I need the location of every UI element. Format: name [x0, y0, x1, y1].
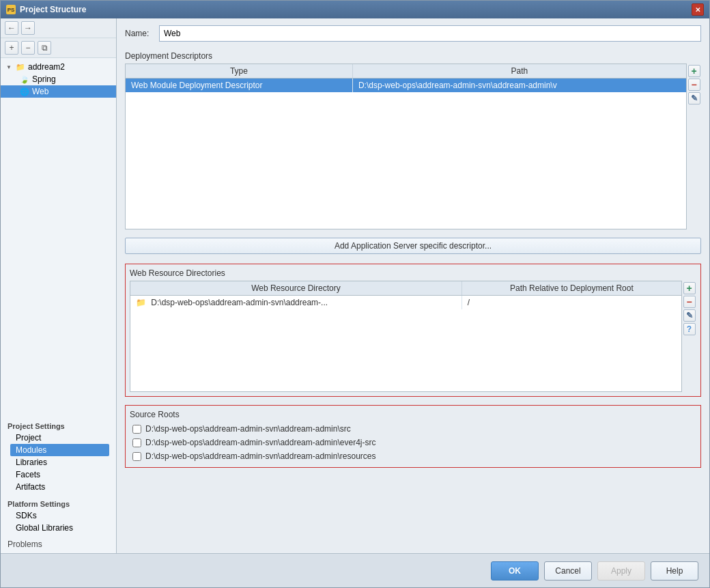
wrd-dir-header: Web Resource Directory: [130, 281, 462, 296]
tree-spring-item[interactable]: 🍃 Spring: [1, 73, 116, 85]
deployment-descriptors-table: Type Path Web Module Deployment Descript…: [125, 64, 686, 229]
sidebar-item-global-libraries[interactable]: Global Libraries: [10, 522, 109, 534]
window-title: Project Structure: [20, 5, 86, 14]
dd-path-cell: D:\dsp-web-ops\addream-admin-svn\addream…: [352, 79, 686, 93]
dd-empty-area: [126, 92, 686, 229]
wrd-help-button[interactable]: ?: [683, 323, 696, 335]
forward-button[interactable]: →: [21, 21, 35, 35]
dd-type-header: Type: [126, 64, 352, 79]
problems-label: Problems: [8, 540, 42, 549]
libraries-item-label: Libraries: [16, 458, 47, 467]
project-settings-label: Project Settings: [8, 422, 109, 430]
source-root-checkbox-3[interactable]: [132, 452, 141, 461]
wrd-empty-area: [130, 309, 681, 391]
source-roots-section: Source Roots D:\dsp-web-ops\addream-admi…: [125, 405, 701, 468]
web-resource-directories-table: Web Resource Directory Path Relative to …: [130, 281, 681, 392]
sidebar-item-libraries[interactable]: Libraries: [10, 456, 109, 468]
tree-root-item[interactable]: ▼ 📁 addream2: [1, 61, 116, 73]
back-button[interactable]: ←: [5, 21, 18, 35]
wrd-add-button[interactable]: +: [683, 282, 696, 294]
dd-edit-button[interactable]: ✎: [688, 92, 700, 104]
modules-item-label: Modules: [16, 445, 46, 455]
wrd-dir-icon: 📁: [136, 298, 146, 307]
module-toolbar: + − ⧉: [1, 38, 116, 58]
name-input[interactable]: [159, 25, 701, 42]
source-root-label-2: D:\dsp-web-ops\addream-admin-svn\addream…: [145, 438, 375, 447]
web-resource-directories-section: Web Resource Directories Web Resource Di…: [125, 264, 701, 397]
project-item-label: Project: [16, 433, 41, 443]
source-root-row-2: D:\dsp-web-ops\addream-admin-svn\addream…: [130, 436, 696, 449]
apply-button[interactable]: Apply: [597, 561, 645, 580]
sidebar-item-problems[interactable]: Problems: [1, 535, 116, 553]
sidebar-item-project[interactable]: Project: [10, 432, 109, 444]
wrd-side-buttons: + − ✎ ?: [681, 281, 696, 392]
remove-module-button[interactable]: −: [21, 41, 35, 55]
add-server-button[interactable]: Add Application Server specific descript…: [125, 238, 701, 254]
name-row: Name:: [125, 25, 701, 42]
web-resource-directories-content: Web Resource Directory Path Relative to …: [130, 281, 696, 392]
facets-item-label: Facets: [16, 470, 40, 479]
wrd-path-header: Path Relative to Deployment Root: [462, 281, 681, 296]
content-area: ← → + − ⧉ ▼ 📁 addream2 🍃 Spring: [1, 18, 709, 553]
tree-web-label: Web: [32, 87, 48, 96]
tree-web-item[interactable]: 🌐 Web: [1, 85, 116, 98]
deployment-descriptors-section: Type Path Web Module Deployment Descript…: [125, 64, 701, 229]
ok-button[interactable]: OK: [491, 561, 539, 580]
module-tree: ▼ 📁 addream2 🍃 Spring 🌐 Web: [1, 58, 116, 417]
sidebar-item-modules[interactable]: Modules: [10, 444, 109, 456]
sidebar-item-artifacts[interactable]: Artifacts: [10, 481, 109, 493]
project-settings-section: Project Settings Project Modules Librari…: [1, 417, 116, 494]
nav-toolbar: ← →: [1, 18, 116, 38]
left-panel: ← → + − ⧉ ▼ 📁 addream2 🍃 Spring: [1, 18, 117, 553]
table-row[interactable]: Web Module Deployment Descriptor D:\dsp-…: [126, 79, 686, 93]
spring-icon: 🍃: [20, 74, 29, 84]
title-bar: PS Project Structure ✕: [1, 1, 709, 18]
source-root-row-1: D:\dsp-web-ops\addream-admin-svn\addream…: [130, 422, 696, 436]
copy-module-button[interactable]: ⧉: [38, 41, 51, 55]
artifacts-item-label: Artifacts: [16, 482, 45, 492]
source-root-label-3: D:\dsp-web-ops\addream-admin-svn\addream…: [145, 451, 375, 461]
cancel-button[interactable]: Cancel: [544, 561, 592, 580]
table-row[interactable]: 📁 D:\dsp-web-ops\addream-admin-svn\addre…: [130, 296, 681, 310]
folder-icon: 📁: [16, 62, 25, 72]
tree-spring-label: Spring: [32, 74, 56, 84]
name-field-label: Name:: [125, 29, 152, 38]
wrd-path-cell: /: [462, 296, 681, 310]
title-bar-left: PS Project Structure: [6, 5, 86, 14]
dd-remove-button[interactable]: −: [688, 79, 700, 91]
add-module-button[interactable]: +: [5, 41, 18, 55]
sidebar-item-facets[interactable]: Facets: [10, 468, 109, 481]
platform-settings-label: Platform Settings: [8, 500, 109, 508]
deployment-descriptors-label: Deployment Descriptors: [125, 51, 701, 61]
window-icon: PS: [6, 5, 16, 14]
dd-path-header: Path: [352, 64, 686, 79]
source-root-checkbox-2[interactable]: [132, 438, 141, 447]
wrd-remove-button[interactable]: −: [683, 296, 696, 308]
platform-settings-section: Platform Settings SDKs Global Libraries: [1, 494, 116, 535]
global-libraries-item-label: Global Libraries: [16, 523, 73, 533]
close-button[interactable]: ✕: [692, 3, 704, 16]
dd-side-buttons: + − ✎: [686, 64, 701, 229]
help-button[interactable]: Help: [651, 561, 698, 580]
tree-expand-arrow: ▼: [6, 64, 13, 70]
web-resource-directories-label: Web Resource Directories: [130, 268, 696, 278]
source-root-checkbox-1[interactable]: [132, 425, 141, 434]
bottom-bar: OK Cancel Apply Help: [1, 553, 709, 587]
dd-type-cell: Web Module Deployment Descriptor: [126, 79, 352, 93]
wrd-dir-cell: 📁 D:\dsp-web-ops\addream-admin-svn\addre…: [130, 296, 462, 310]
wrd-edit-button[interactable]: ✎: [683, 309, 696, 322]
source-roots-label: Source Roots: [130, 410, 696, 419]
sidebar-item-sdks[interactable]: SDKs: [10, 509, 109, 522]
tree-root-label: addream2: [28, 62, 65, 72]
source-root-label-1: D:\dsp-web-ops\addream-admin-svn\addream…: [145, 424, 351, 434]
source-root-row-3: D:\dsp-web-ops\addream-admin-svn\addream…: [130, 449, 696, 463]
right-panel: Name: Deployment Descriptors Type Path: [117, 18, 709, 553]
web-icon: 🌐: [20, 87, 29, 96]
project-structure-window: PS Project Structure ✕ ← → + − ⧉ ▼: [0, 0, 710, 588]
dd-add-button[interactable]: +: [688, 65, 700, 77]
sdks-item-label: SDKs: [16, 511, 37, 520]
